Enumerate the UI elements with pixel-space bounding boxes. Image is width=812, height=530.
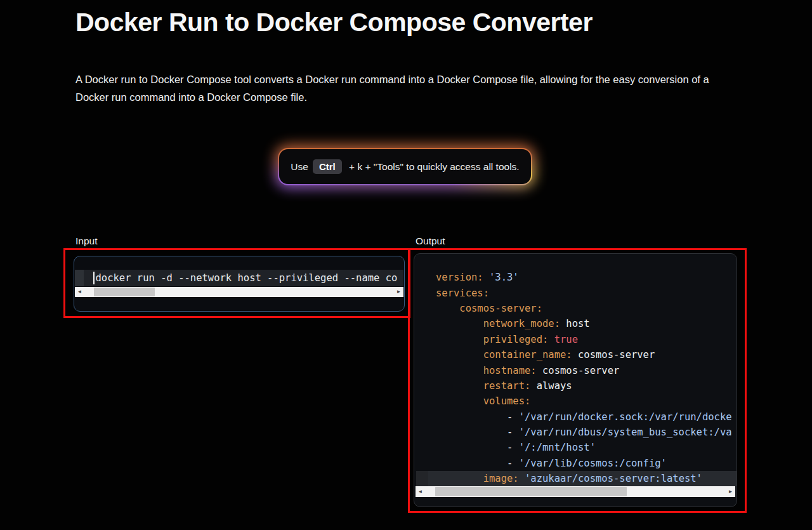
yaml-token-str: 'azukaar/cosmos-server:latest': [525, 473, 702, 484]
yaml-line: privileged: true: [414, 332, 737, 347]
yaml-line-content: - '/var/run/docker.sock:/var/run/docke: [428, 409, 737, 425]
input-label: Input: [75, 235, 97, 247]
line-gutter: [416, 409, 428, 425]
hint-text: UseCtrl + k + "Tools" to quickly access …: [279, 149, 531, 184]
yaml-token-bool: true: [554, 334, 578, 345]
text-cursor: [93, 272, 95, 284]
compose-output-viewer[interactable]: version: '3.3'services: cosmos-server: n…: [414, 253, 737, 507]
hint-suffix: + k + "Tools" to quickly access all tool…: [346, 161, 520, 173]
yaml-line-content: - '/:/mnt/host': [428, 440, 737, 455]
input-horizontal-scrollbar[interactable]: ◄ ►: [75, 287, 403, 297]
yaml-line-content: - '/var/lib/cosmos:/config': [428, 456, 737, 471]
yaml-line-content: version: '3.3': [428, 270, 737, 285]
yaml-token-txt: -: [436, 442, 519, 453]
yaml-token-key: volumes:: [483, 395, 531, 407]
yaml-token-key: network_mode:: [483, 318, 560, 329]
yaml-line: - '/var/run/dbus/system_bus_socket:/va: [414, 425, 737, 440]
output-label: Output: [416, 235, 445, 247]
shortcut-hint: UseCtrl + k + "Tools" to quickly access …: [279, 149, 531, 184]
line-gutter: [416, 394, 428, 409]
page-title: Docker Run to Docker Compose Converter: [75, 8, 593, 37]
input-gutter: [75, 270, 84, 286]
yaml-token-txt: cosmos-server: [537, 365, 620, 376]
yaml-token-key: hostname:: [483, 365, 537, 376]
yaml-token-txt: [436, 334, 483, 345]
yaml-line: container_name: cosmos-server: [414, 347, 737, 362]
yaml-token-txt: -: [436, 458, 519, 469]
yaml-line-content: hostname: cosmos-server: [428, 362, 737, 378]
yaml-line: image: 'azukaar/cosmos-server:latest': [414, 471, 737, 486]
yaml-token-txt: [436, 395, 483, 407]
yaml-token-txt: [436, 365, 483, 376]
yaml-line: services:: [414, 285, 737, 300]
scroll-left-icon[interactable]: ◄: [75, 289, 84, 295]
yaml-line: hostname: cosmos-server: [414, 362, 737, 378]
docker-run-input[interactable]: docker run -d --network host --privilege…: [74, 256, 405, 312]
scroll-left-icon[interactable]: ◄: [416, 489, 425, 494]
yaml-line: cosmos-server:: [414, 301, 737, 316]
line-gutter: [416, 332, 428, 347]
yaml-token-txt: -: [436, 427, 519, 438]
line-gutter: [416, 378, 428, 394]
output-scrollbar-thumb[interactable]: [435, 487, 627, 496]
line-gutter: [416, 440, 428, 455]
yaml-token-key: container_name:: [483, 349, 572, 361]
yaml-token-txt: [436, 473, 483, 484]
yaml-token-txt: always: [530, 380, 572, 392]
yaml-line: network_mode: host: [414, 316, 737, 331]
page-description: A Docker run to Docker Compose tool conv…: [75, 71, 745, 106]
yaml-line-content: restart: always: [428, 378, 737, 394]
yaml-line: - '/:/mnt/host': [414, 440, 737, 455]
yaml-token-txt: [436, 303, 459, 314]
yaml-token-txt: cosmos-server: [572, 349, 655, 361]
line-gutter: [416, 471, 428, 486]
line-gutter: [416, 270, 428, 285]
yaml-token-txt: [436, 318, 483, 329]
line-gutter: [416, 347, 428, 362]
yaml-line-content: cosmos-server:: [428, 301, 737, 316]
input-scrollbar-track[interactable]: [84, 287, 394, 297]
line-gutter: [416, 456, 428, 471]
scroll-right-icon[interactable]: ►: [394, 289, 403, 295]
yaml-token-txt: [436, 349, 483, 361]
line-gutter: [416, 301, 428, 316]
yaml-code-block: version: '3.3'services: cosmos-server: n…: [414, 270, 737, 486]
yaml-line-content: image: 'azukaar/cosmos-server:latest': [428, 471, 737, 486]
yaml-line-content: volumes:: [428, 394, 737, 409]
yaml-token-txt: [548, 334, 554, 345]
yaml-token-key: privileged:: [483, 334, 549, 345]
yaml-line: version: '3.3': [414, 270, 737, 285]
yaml-token-txt: [483, 272, 489, 283]
scroll-right-icon[interactable]: ►: [726, 489, 735, 494]
yaml-token-str: '/var/run/dbus/system_bus_socket:/va: [519, 427, 732, 438]
yaml-line: volumes:: [414, 394, 737, 409]
yaml-token-key: cosmos-server:: [459, 303, 542, 314]
yaml-line-content: services:: [428, 285, 737, 300]
input-scrollbar-thumb[interactable]: [94, 288, 155, 296]
yaml-token-str: '3.3': [489, 272, 519, 283]
yaml-line: - '/var/lib/cosmos:/config': [414, 456, 737, 471]
yaml-token-key: version:: [436, 272, 483, 283]
yaml-token-txt: [436, 380, 483, 392]
line-gutter: [416, 316, 428, 331]
yaml-line-content: container_name: cosmos-server: [428, 347, 737, 362]
input-value[interactable]: docker run -d --network host --privilege…: [96, 272, 398, 284]
output-scrollbar-track[interactable]: [425, 486, 726, 497]
yaml-token-str: '/:/mnt/host': [519, 442, 596, 453]
output-horizontal-scrollbar[interactable]: ◄ ►: [416, 486, 735, 497]
yaml-token-txt: -: [436, 411, 519, 423]
yaml-token-key: restart:: [483, 380, 531, 392]
yaml-token-key: services:: [436, 288, 489, 299]
yaml-line: restart: always: [414, 378, 737, 394]
line-gutter: [416, 285, 428, 300]
ctrl-key-badge: Ctrl: [313, 159, 342, 174]
yaml-token-str: '/var/lib/cosmos:/config': [519, 458, 667, 469]
input-code-line[interactable]: docker run -d --network host --privilege…: [75, 270, 403, 286]
yaml-line: - '/var/run/docker.sock:/var/run/docke: [414, 409, 737, 425]
yaml-line-content: - '/var/run/dbus/system_bus_socket:/va: [428, 425, 737, 440]
yaml-line-content: network_mode: host: [428, 316, 737, 331]
yaml-token-txt: [519, 473, 525, 484]
line-gutter: [416, 425, 428, 440]
line-gutter: [416, 362, 428, 378]
yaml-token-str: '/var/run/docker.sock:/var/run/docke: [519, 411, 732, 423]
